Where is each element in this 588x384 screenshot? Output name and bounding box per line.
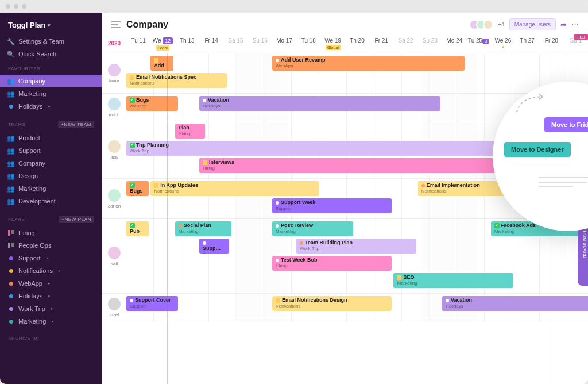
avatar[interactable] [108, 140, 121, 153]
task-email-notifications-spec[interactable]: Email Notifications SpecNotifications [126, 73, 227, 88]
more-icon[interactable]: ⋯ [571, 20, 579, 29]
search-item[interactable]: 🔍 Quick Search [0, 48, 102, 60]
task-bugs[interactable]: BugsWebApp [126, 181, 149, 196]
status-dot-icon [179, 224, 182, 228]
task-email-notifications-design[interactable]: Email Notifications DesignNotifications [272, 296, 392, 311]
day-We-26[interactable]: We 26★ [491, 34, 515, 53]
sidebar-fav-holidays[interactable]: Holidays▸ [0, 100, 102, 113]
day-Su-16[interactable]: Su 16 [248, 34, 272, 53]
day-Tu-18[interactable]: Tu 18 [296, 34, 320, 53]
item-label: Holidays [18, 103, 42, 110]
board-icon [8, 230, 14, 236]
task-supp-[interactable]: Supp…Support [199, 239, 229, 254]
sidebar-team-development[interactable]: 👥Development [0, 195, 102, 208]
task-add[interactable]: AddWebApp [150, 56, 173, 71]
day-We-12[interactable]: We 12Local [150, 34, 175, 53]
dot-icon [8, 281, 14, 286]
day-Fr-14[interactable]: Fr 14 [199, 34, 223, 53]
task-test-week-bob[interactable]: Test Week BobHiring [272, 256, 392, 271]
brand-dropdown[interactable]: Toggl Plan [0, 17, 102, 35]
sidebar-fav-company[interactable]: 👥Company [0, 75, 102, 87]
sidebar: Toggl Plan 🔧 Settings & Team 🔍 Quick Sea… [0, 13, 102, 384]
sidebar-plan-support[interactable]: Support▸ [0, 252, 102, 264]
wrench-icon: 🔧 [8, 39, 14, 44]
item-label: Notifications [18, 267, 53, 274]
stripe-icon [397, 275, 401, 280]
lane[interactable]: AddWebAppAdd User RevampWebAppEmail Noti… [126, 53, 588, 93]
check-icon [130, 98, 135, 103]
avatar[interactable] [108, 247, 121, 259]
share-icon[interactable]: ➦ [560, 20, 567, 29]
avatar[interactable] [108, 98, 121, 110]
lane[interactable]: Support CoverSupportEmail Notifications … [126, 294, 588, 321]
sidebar-plan-marketing[interactable]: Marketing▸ [0, 315, 102, 328]
dot-icon [8, 103, 14, 109]
overlay-task-friday[interactable]: Move to Friday [544, 117, 588, 132]
task-seo[interactable]: SEOMarketing [393, 273, 513, 288]
day-Fr-28[interactable]: Fr 28 [539, 34, 563, 53]
dot-icon [8, 306, 14, 312]
settings-item[interactable]: 🔧 Settings & Team [0, 35, 102, 48]
board-icon [8, 243, 14, 248]
day-Sa-22[interactable]: Sa 22 [393, 34, 417, 53]
sidebar-team-company[interactable]: 👥Company [0, 157, 102, 170]
row-label: laura [102, 53, 126, 93]
favourites-header: FAVOURITES [0, 63, 102, 75]
users-icon: 👥 [8, 160, 14, 166]
lane[interactable]: PubNotific…Social PlanMarketingPost: Rev… [126, 219, 588, 293]
new-plan-button[interactable]: +New Plan [59, 216, 94, 223]
sidebar-team-support[interactable]: 👥Support [0, 144, 102, 157]
task-bugs[interactable]: BugsWebapp [126, 96, 178, 111]
status-dot-icon [300, 241, 303, 245]
user-avatars[interactable] [473, 20, 493, 30]
sidebar-fav-marketing[interactable]: 👥Marketing [0, 87, 102, 100]
menu-icon[interactable] [111, 21, 121, 28]
task-support-cover[interactable]: Support CoverSupport [126, 296, 178, 311]
day-We-19[interactable]: We 19Global [321, 34, 345, 53]
sidebar-plan-hiring[interactable]: Hiring [0, 226, 102, 239]
manage-users-button[interactable]: Manage users [509, 18, 556, 30]
task-support-week[interactable]: Support WeekSupport [272, 198, 392, 213]
day-Th-20[interactable]: Th 20 [345, 34, 369, 53]
task-plan[interactable]: PlanHiring [175, 124, 205, 139]
sidebar-plan-webapp[interactable]: WebApp▸ [0, 277, 102, 290]
day-Sa-15[interactable]: Sa 15 [223, 34, 247, 53]
stripe-icon [203, 160, 207, 165]
teams-header: TEAMS +New Team [0, 117, 102, 132]
avatar[interactable] [108, 64, 121, 76]
task-social-plan[interactable]: Social PlanMarketing [175, 221, 232, 236]
overlay-task-designer[interactable]: Move to Designer [504, 142, 571, 157]
day-Mo-17[interactable]: Mo 17 [272, 34, 296, 53]
day-Th-13[interactable]: Th 13 [175, 34, 199, 53]
task-vacation[interactable]: VacationHolidays [442, 296, 588, 311]
row-label: lisa [102, 121, 126, 178]
day-Tu-11[interactable]: Tu 11 [126, 34, 150, 53]
day-Su-23[interactable]: Su 23 [418, 34, 442, 53]
day-Tu-25[interactable]: Tu 253 [466, 34, 490, 53]
avatar[interactable] [108, 189, 121, 202]
task-in-app-updates[interactable]: In App UpdatesNotifications [150, 181, 319, 196]
year-label[interactable]: 2020 [102, 34, 126, 53]
sidebar-plan-work-trip[interactable]: Work Trip▸ [0, 302, 102, 315]
task-team-building-plan[interactable]: Team Building PlanWork Trip [296, 239, 416, 254]
day-Th-27[interactable]: Th 27 [515, 34, 539, 53]
sidebar-plan-notifications[interactable]: Notifications▸ [0, 264, 102, 277]
day-Mo-24[interactable]: Mo 24 [442, 34, 466, 53]
chevron-right-icon: ▸ [48, 294, 51, 298]
status-dot-icon [203, 99, 206, 102]
task-post-review[interactable]: Post: ReviewMarketing [272, 221, 353, 236]
sidebar-plan-people-ops[interactable]: People Ops [0, 239, 102, 252]
avatar[interactable] [108, 298, 121, 310]
new-team-button[interactable]: +New Team [58, 121, 94, 128]
archive-header[interactable]: ARCHIVE (0) [0, 332, 102, 344]
day-Fr-21[interactable]: Fr 21 [369, 34, 393, 53]
task-pub[interactable]: PubNotific… [126, 221, 149, 236]
sidebar-team-product[interactable]: 👥Product [0, 132, 102, 144]
task-add-user-revamp[interactable]: Add User RevampWebApp [272, 56, 465, 71]
users-icon: 👥 [8, 198, 14, 204]
task-vacation[interactable]: VacationHolidays [199, 96, 440, 111]
sidebar-team-marketing[interactable]: 👥Marketing [0, 182, 102, 195]
sidebar-team-design[interactable]: 👥Design [0, 170, 102, 182]
task-trip-planning[interactable]: Trip PlanningWork Trip [126, 141, 537, 156]
sidebar-plan-holidays[interactable]: Holidays▸ [0, 290, 102, 302]
